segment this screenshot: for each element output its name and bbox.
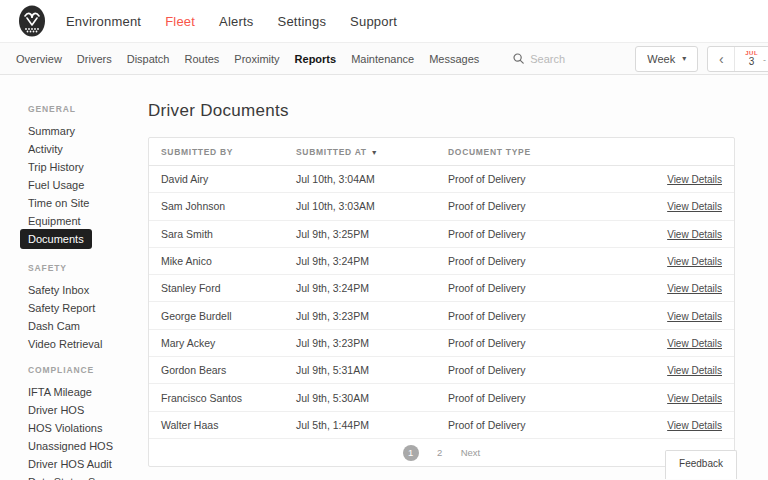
page-title: Driver Documents <box>148 101 289 121</box>
sidebar-item[interactable]: Unassigned HOS <box>28 436 113 456</box>
page-button[interactable]: 2 <box>432 445 448 461</box>
sub-nav-item[interactable]: Overview <box>16 53 62 65</box>
document-type-cell: Proof of Delivery <box>448 392 652 404</box>
submitted-by-cell: Mike Anico <box>161 255 296 267</box>
submitted-by-cell: Sara Smith <box>161 228 296 240</box>
sidebar-section-title: General <box>28 104 150 114</box>
view-details-link[interactable]: View Details <box>667 365 722 376</box>
table-row: Walter Haas Jul 5th, 1:44PM Proof of Del… <box>149 412 734 439</box>
submitted-at-cell: Jul 9th, 3:25PM <box>296 228 448 240</box>
submitted-by-cell: George Burdell <box>161 310 296 322</box>
sidebar-item[interactable]: Driver HOS <box>28 400 84 420</box>
start-day: 3 <box>749 57 755 67</box>
sub-nav-item[interactable]: Drivers <box>77 53 112 65</box>
submitted-at-cell: Jul 10th, 3:04AM <box>296 173 448 185</box>
sidebar-item[interactable]: Documents <box>20 229 92 249</box>
submitted-at-cell: Jul 9th, 5:30AM <box>296 392 448 404</box>
top-nav-item[interactable]: Alerts <box>219 14 253 29</box>
document-type-cell: Proof of Delivery <box>448 173 652 185</box>
start-date: JUL 3 <box>745 50 758 67</box>
sidebar-section: General Summary Activity Trip History <box>28 104 150 250</box>
sidebar-section: Safety Safety Inbox Safety Report Dash C… <box>28 263 150 352</box>
view-details-link[interactable]: View Details <box>667 229 722 240</box>
sub-nav-item[interactable]: Routes <box>184 53 219 65</box>
submitted-at-cell: Jul 5th, 1:44PM <box>296 419 448 431</box>
document-type-cell: Proof of Delivery <box>448 310 652 322</box>
table-row: David Airy Jul 10th, 3:04AM Proof of Del… <box>149 166 734 193</box>
sub-nav-items: Overview Drivers Dispatch Routes Proximi… <box>16 53 479 65</box>
top-nav-item[interactable]: Support <box>350 14 397 29</box>
sidebar-item[interactable]: Safety Inbox <box>28 280 89 300</box>
view-details-link[interactable]: View Details <box>667 311 722 322</box>
search-input[interactable] <box>530 53 620 65</box>
sidebar-item[interactable]: Time on Site <box>28 193 89 213</box>
table-row: Sara Smith Jul 9th, 3:25PM Proof of Deli… <box>149 221 734 248</box>
document-type-cell: Proof of Delivery <box>448 200 652 212</box>
sidebar-section-title: Compliance <box>28 365 150 375</box>
feedback-button[interactable]: Feedback <box>665 450 737 479</box>
header-submitted-at[interactable]: Submitted At▼ <box>296 147 448 157</box>
sub-nav-item[interactable]: Maintenance <box>351 53 414 65</box>
sidebar-item[interactable]: Fuel Usage <box>28 175 84 195</box>
top-nav-item[interactable]: Environment <box>66 14 141 29</box>
page-button[interactable]: 1 <box>403 445 419 461</box>
document-type-cell: Proof of Delivery <box>448 282 652 294</box>
sidebar-section-items: Safety Inbox Safety Report Dash Cam Vide… <box>28 280 150 352</box>
sidebar-item[interactable]: Dash Cam <box>28 316 80 336</box>
sidebar-item[interactable]: Driver HOS Audit <box>28 454 112 474</box>
table-row: Mary Ackey Jul 9th, 3:23PM Proof of Deli… <box>149 330 734 357</box>
owl-logo[interactable] <box>16 4 48 38</box>
view-details-link[interactable]: View Details <box>667 201 722 212</box>
document-type-cell: Proof of Delivery <box>448 337 652 349</box>
document-type-cell: Proof of Delivery <box>448 364 652 376</box>
table-body: David Airy Jul 10th, 3:04AM Proof of Del… <box>149 166 734 439</box>
date-range-display[interactable]: JUL 3 - JUL 10 <box>735 47 768 71</box>
sub-nav-item[interactable]: Messages <box>429 53 479 65</box>
table-row: George Burdell Jul 9th, 3:23PM Proof of … <box>149 302 734 329</box>
sidebar-item[interactable]: Video Retrieval <box>28 334 102 354</box>
sidebar-item[interactable]: Trip History <box>28 157 84 177</box>
view-details-link[interactable]: View Details <box>667 338 722 349</box>
sub-nav-item[interactable]: Dispatch <box>127 53 170 65</box>
submitted-at-cell: Jul 9th, 5:31AM <box>296 364 448 376</box>
view-details-link[interactable]: View Details <box>667 174 722 185</box>
period-dropdown[interactable]: Week ▾ <box>635 46 698 72</box>
view-details-link[interactable]: View Details <box>667 256 722 267</box>
header-document-type[interactable]: Document Type <box>448 147 652 157</box>
sidebar-item[interactable]: Activity <box>28 139 63 159</box>
sidebar: General Summary Activity Trip History <box>28 91 150 480</box>
sidebar-item[interactable]: IFTA Mileage <box>28 382 92 402</box>
sidebar-item[interactable]: Duty Status Summary <box>28 472 135 480</box>
document-type-cell: Proof of Delivery <box>448 228 652 240</box>
table-row: Gordon Bears Jul 9th, 5:31AM Proof of De… <box>149 357 734 384</box>
view-details-link[interactable]: View Details <box>667 283 722 294</box>
submitted-by-cell: David Airy <box>161 173 296 185</box>
sidebar-item[interactable]: Safety Report <box>28 298 95 318</box>
sidebar-item[interactable]: Summary <box>28 121 75 141</box>
sidebar-section-title: Safety <box>28 263 150 273</box>
top-nav-item[interactable]: Settings <box>278 14 327 29</box>
view-details-link[interactable]: View Details <box>667 420 722 431</box>
header-submitted-by[interactable]: Submitted By <box>161 147 296 157</box>
submitted-at-cell: Jul 9th, 3:23PM <box>296 337 448 349</box>
table-row: Stanley Ford Jul 9th, 3:24PM Proof of De… <box>149 275 734 302</box>
sub-nav-item[interactable]: Reports <box>295 53 337 65</box>
page-buttons: 1 2 <box>403 445 448 461</box>
search-box <box>513 53 620 65</box>
content-area: General Summary Activity Trip History <box>0 75 768 479</box>
sidebar-section: Compliance IFTA Mileage Driver HOS HOS V… <box>28 365 150 480</box>
table-row: Sam Johnson Jul 10th, 3:03AM Proof of De… <box>149 193 734 220</box>
prev-week-button[interactable]: ‹ <box>708 47 735 71</box>
next-page-button[interactable]: Next <box>461 447 481 458</box>
submitted-at-cell: Jul 9th, 3:23PM <box>296 310 448 322</box>
top-nav-item[interactable]: Fleet <box>165 14 195 29</box>
sidebar-item[interactable]: HOS Violations <box>28 418 102 438</box>
sub-nav-item[interactable]: Proximity <box>234 53 279 65</box>
chevron-down-icon: ▾ <box>682 54 686 63</box>
submitted-by-cell: Mary Ackey <box>161 337 296 349</box>
sidebar-item[interactable]: Equipment <box>28 211 81 231</box>
view-details-link[interactable]: View Details <box>667 393 722 404</box>
period-label: Week <box>647 53 675 65</box>
sub-nav: Overview Drivers Dispatch Routes Proximi… <box>0 42 768 75</box>
top-nav: Environment Fleet Alerts Settings Suppor… <box>66 14 397 29</box>
